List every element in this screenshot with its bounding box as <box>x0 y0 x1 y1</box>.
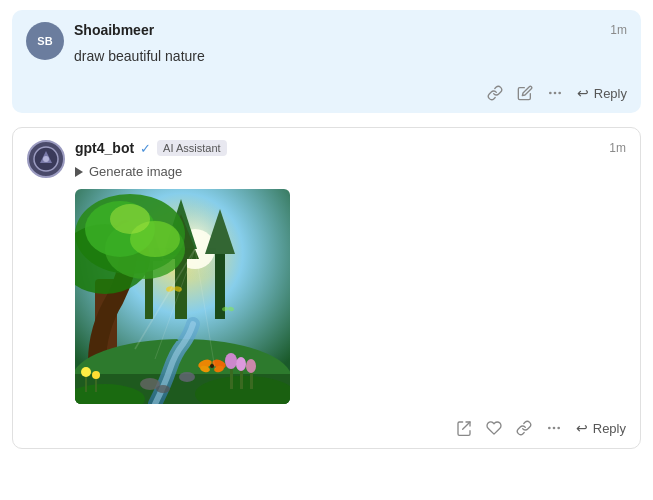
svg-point-2 <box>558 92 561 95</box>
share-icon-2[interactable] <box>456 420 472 436</box>
avatar-shoaibmeer: SB <box>26 22 64 60</box>
svg-point-44 <box>210 364 214 368</box>
post-card-2: gpt4_bot ✓ AI Assistant 1m Generate imag… <box>12 127 641 449</box>
post-header-row-1: SB Shoaibmeer 1m draw beautiful nature <box>26 22 627 101</box>
reply-label-1: Reply <box>594 86 627 101</box>
header-info-2: gpt4_bot ✓ AI Assistant <box>75 140 609 156</box>
heart-icon-2[interactable] <box>486 420 502 436</box>
link-icon-1[interactable] <box>487 85 503 101</box>
svg-point-5 <box>43 156 49 162</box>
generate-label: Generate image <box>89 164 182 179</box>
svg-point-33 <box>236 357 246 371</box>
verified-icon: ✓ <box>140 141 151 156</box>
header-info-1: Shoaibmeer <box>74 22 610 38</box>
post-body-1: draw beautiful nature ↩ R <box>74 46 627 101</box>
link-icon-2[interactable] <box>516 420 532 436</box>
ai-badge: AI Assistant <box>157 140 226 156</box>
svg-point-1 <box>553 92 556 95</box>
svg-point-0 <box>549 92 552 95</box>
reply-arrow-icon-1: ↩ <box>577 85 589 101</box>
edit-icon-1[interactable] <box>517 85 533 101</box>
posts-container: SB Shoaibmeer 1m draw beautiful nature <box>0 0 653 459</box>
reply-label-2: Reply <box>593 421 626 436</box>
post-header-row-2: gpt4_bot ✓ AI Assistant 1m Generate imag… <box>27 140 626 436</box>
avatar-gpt4bot <box>27 140 65 178</box>
reply-button-1[interactable]: ↩ Reply <box>577 85 627 101</box>
more-icon-2[interactable] <box>546 420 562 436</box>
svg-point-35 <box>246 359 256 373</box>
reply-arrow-icon-2: ↩ <box>576 420 588 436</box>
post-actions-1: ↩ Reply <box>74 79 627 101</box>
post-body-2: Generate image <box>75 164 626 436</box>
avatar-initials-1: SB <box>37 36 52 47</box>
svg-rect-38 <box>95 377 97 392</box>
collapse-triangle-icon <box>75 167 83 177</box>
svg-point-52 <box>548 427 551 430</box>
more-icon-1[interactable] <box>547 85 563 101</box>
post-header-2: gpt4_bot ✓ AI Assistant 1m <box>75 140 626 156</box>
post-text-1: draw beautiful nature <box>74 46 627 67</box>
generate-image-block[interactable]: Generate image <box>75 164 626 179</box>
svg-point-39 <box>92 371 100 379</box>
svg-point-37 <box>81 367 91 377</box>
username-1: Shoaibmeer <box>74 22 154 38</box>
reply-button-2[interactable]: ↩ Reply <box>576 420 626 436</box>
post-header-1: Shoaibmeer 1m <box>74 22 627 38</box>
svg-point-22 <box>110 204 150 234</box>
svg-point-27 <box>179 372 195 382</box>
nature-image <box>75 189 290 404</box>
svg-point-53 <box>552 427 555 430</box>
post-actions-2: ↩ Reply <box>75 414 626 436</box>
username-2: gpt4_bot <box>75 140 134 156</box>
svg-point-26 <box>156 385 170 393</box>
post-card-1: SB Shoaibmeer 1m draw beautiful nature <box>12 10 641 113</box>
timestamp-2: 1m <box>609 141 626 155</box>
svg-point-54 <box>557 427 560 430</box>
svg-point-31 <box>225 353 237 369</box>
timestamp-1: 1m <box>610 23 627 37</box>
